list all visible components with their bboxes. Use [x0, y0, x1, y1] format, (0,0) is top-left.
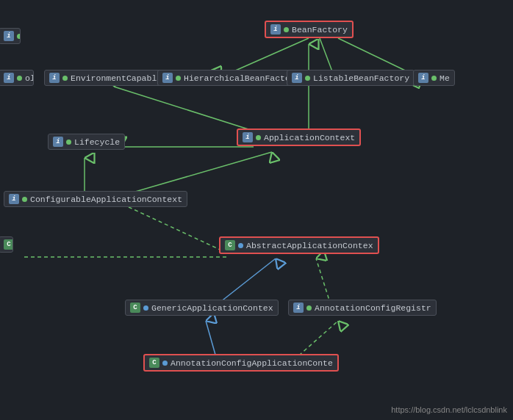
node-dot — [431, 76, 437, 81]
node-listable-bean-factory: i ListableBeanFactory — [287, 70, 415, 86]
node-dot — [62, 76, 68, 81]
node-label: AbstractApplicationContex — [246, 241, 373, 250]
node-label: Lifecycle — [74, 137, 120, 147]
node-icon: i — [4, 73, 14, 83]
node-icon: i — [418, 73, 428, 83]
node-dot — [17, 34, 21, 39]
node-icon: C — [225, 240, 235, 250]
svg-line-18 — [316, 258, 331, 305]
node-dot — [284, 27, 289, 32]
node-annotation-config-registry: i AnnotationConfigRegistr — [288, 300, 437, 316]
node-label: AnnotationConfigRegistr — [315, 303, 431, 313]
node-icon: i — [162, 73, 173, 83]
node-icon: C — [130, 303, 140, 313]
node-label: EnvironmentCapable — [71, 73, 162, 83]
node-abstract-app-context: C AbstractApplicationContex — [219, 236, 379, 254]
svg-line-17 — [217, 258, 276, 305]
node-label: GenericApplicationContex — [151, 303, 273, 313]
node-dot — [176, 76, 181, 81]
node-icon: i — [53, 137, 63, 147]
node-label: ListableBeanFactory — [313, 73, 409, 83]
node-application-context: i ApplicationContext — [237, 128, 361, 146]
node-dot — [143, 305, 148, 311]
node-annotation-config-app-context: C AnnotationConfigApplicationConte — [143, 354, 339, 372]
node-dot — [66, 140, 71, 145]
node-icon: i — [270, 24, 281, 35]
node-beanfactory: i BeanFactory — [265, 21, 354, 38]
node-hierarchical-bean-factory: i HierarchicalBeanFactory — [157, 70, 306, 86]
node-label: HierarchicalBeanFactory — [184, 73, 301, 83]
node-generic-app-context: C GenericApplicationContex — [125, 300, 279, 316]
partial-node-me: i Me — [413, 70, 455, 86]
watermark: https://blog.csdn.net/lclcsdnblink — [391, 405, 507, 414]
node-dot — [238, 243, 243, 248]
svg-line-13 — [118, 152, 272, 197]
node-icon: i — [4, 31, 14, 41]
node-icon: i — [293, 303, 304, 313]
node-icon: i — [292, 73, 302, 83]
svg-line-11 — [114, 87, 265, 134]
node-icon: C — [149, 358, 159, 368]
node-configurable-app-context: i ConfigurableApplicationContext — [4, 191, 187, 207]
partial-node-fact: i Fact — [0, 28, 21, 44]
node-environment-capable: i EnvironmentCapable — [44, 70, 167, 86]
node-label: olishe — [25, 73, 34, 83]
node-dot — [22, 197, 27, 202]
node-dot — [305, 76, 310, 81]
diagram-canvas: i Fact i olishe i BeanFactory i Environm… — [0, 0, 513, 420]
node-label: ConfigurableApplicationContext — [30, 195, 182, 204]
partial-node-ctr: C r — [0, 236, 13, 253]
node-icon: C — [4, 239, 13, 250]
node-label: AnnotationConfigApplicationConte — [171, 358, 333, 368]
partial-node-olishe: i olishe — [0, 70, 34, 86]
node-icon: i — [243, 132, 253, 142]
node-dot — [256, 135, 261, 140]
node-dot — [17, 76, 22, 81]
node-icon: i — [49, 73, 60, 83]
node-label: BeanFactory — [292, 25, 348, 35]
svg-line-15 — [129, 207, 228, 253]
node-icon: i — [9, 194, 19, 204]
node-label: Me — [440, 73, 450, 83]
node-lifecycle: i Lifecycle — [48, 134, 125, 150]
node-dot — [162, 361, 168, 366]
node-label: ApplicationContext — [264, 133, 355, 142]
node-dot — [306, 305, 312, 311]
